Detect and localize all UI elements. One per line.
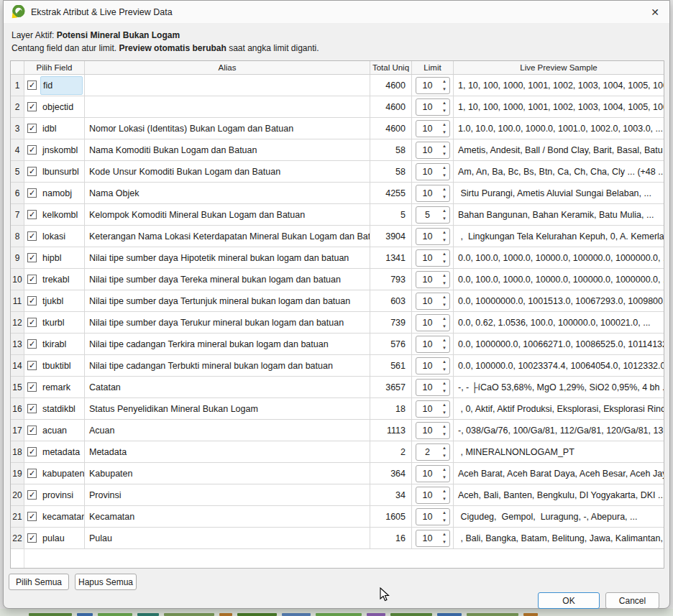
field-name[interactable]: acuan — [40, 423, 69, 438]
field-checkbox[interactable]: ✓ — [27, 404, 37, 413]
alias-cell[interactable]: Catatan — [85, 377, 370, 397]
field-cell[interactable]: ✓ jnskombl — [24, 139, 85, 160]
spin-up-icon[interactable]: ▲ — [440, 164, 449, 172]
field-name[interactable]: statdikbl — [40, 401, 78, 417]
field-cell[interactable]: ✓ objectid — [24, 96, 85, 117]
spin-up-icon[interactable]: ▲ — [440, 423, 449, 431]
alias-cell[interactable]: Pulau — [85, 528, 370, 548]
spin-down-icon[interactable]: ▼ — [440, 129, 449, 137]
alias-cell[interactable]: Kabupaten — [85, 463, 370, 484]
limit-spinbox[interactable]: 10 ▲ ▼ — [416, 185, 450, 202]
field-checkbox[interactable]: ✓ — [27, 167, 37, 176]
close-icon[interactable]: ✕ — [641, 1, 669, 23]
field-name[interactable]: provinsi — [40, 487, 75, 503]
field-checkbox[interactable]: ✓ — [27, 533, 37, 543]
limit-spinbox[interactable]: 10 ▲ ▼ — [416, 228, 450, 245]
field-checkbox[interactable]: ✓ — [27, 512, 37, 521]
limit-value[interactable]: 10 — [416, 229, 440, 244]
limit-spinbox[interactable]: 10 ▲ ▼ — [416, 422, 450, 439]
alias-cell[interactable]: Nilai tipe sumber daya Terukur mineral b… — [85, 312, 370, 333]
spin-down-icon[interactable]: ▼ — [440, 107, 449, 115]
field-checkbox[interactable]: ✓ — [27, 339, 37, 349]
alias-cell[interactable] — [85, 75, 370, 96]
field-name[interactable]: tkurbl — [40, 315, 67, 331]
spin-up-icon[interactable]: ▲ — [440, 121, 449, 129]
header-live-preview-sample[interactable]: Live Preview Sample — [454, 61, 664, 74]
spin-up-icon[interactable]: ▲ — [440, 487, 449, 495]
field-cell[interactable]: ✓ tkurbl — [24, 312, 85, 333]
field-cell[interactable]: ✓ trekabl — [24, 269, 85, 290]
spin-up-icon[interactable]: ▲ — [440, 466, 449, 474]
field-name[interactable]: kabupaten — [40, 466, 85, 482]
limit-value[interactable]: 10 — [416, 530, 440, 546]
field-checkbox[interactable]: ✓ — [27, 296, 37, 305]
field-cell[interactable]: ✓ lokasi — [24, 226, 85, 247]
limit-spinbox[interactable]: 10 ▲ ▼ — [416, 98, 450, 116]
field-checkbox[interactable]: ✓ — [27, 318, 37, 327]
spin-up-icon[interactable]: ▲ — [440, 530, 449, 538]
limit-value[interactable]: 10 — [416, 380, 440, 395]
alias-cell[interactable]: Nilai tipe cadangan Terkira mineral buka… — [85, 334, 370, 354]
spin-down-icon[interactable]: ▼ — [440, 409, 449, 417]
field-name[interactable]: tkirabl — [40, 336, 68, 352]
spin-up-icon[interactable]: ▲ — [440, 78, 449, 86]
spin-down-icon[interactable]: ▼ — [440, 193, 449, 201]
alias-cell[interactable]: Nama Objek — [85, 183, 370, 203]
limit-value[interactable]: 10 — [416, 423, 440, 438]
alias-cell[interactable]: Status Penyelidikan Mineral Bukan Logam — [85, 398, 370, 419]
field-name[interactable]: kelkombl — [40, 207, 80, 223]
limit-value[interactable]: 10 — [416, 272, 440, 288]
spin-down-icon[interactable]: ▼ — [440, 344, 449, 352]
limit-value[interactable]: 10 — [416, 358, 440, 374]
limit-spinbox[interactable]: 10 ▲ ▼ — [416, 379, 450, 396]
alias-cell[interactable]: Acuan — [85, 420, 370, 441]
spin-down-icon[interactable]: ▼ — [440, 86, 449, 93]
alias-cell[interactable]: Metadata — [85, 441, 370, 462]
alias-cell[interactable] — [85, 96, 370, 117]
spin-up-icon[interactable]: ▲ — [440, 509, 449, 517]
field-cell[interactable]: ✓ kecamatan — [24, 506, 85, 527]
field-cell[interactable]: ✓ namobj — [24, 183, 85, 203]
spin-down-icon[interactable]: ▼ — [440, 431, 449, 438]
limit-spinbox[interactable]: 10 ▲ ▼ — [416, 271, 450, 288]
field-cell[interactable]: ✓ tbuktibl — [24, 355, 85, 376]
field-name[interactable]: lokasi — [40, 229, 68, 244]
limit-value[interactable]: 10 — [416, 509, 440, 525]
spin-down-icon[interactable]: ▼ — [440, 215, 449, 223]
field-checkbox[interactable]: ✓ — [27, 426, 37, 435]
limit-spinbox[interactable]: 10 ▲ ▼ — [416, 77, 450, 94]
header-alias[interactable]: Alias — [85, 61, 370, 74]
spin-up-icon[interactable]: ▲ — [440, 99, 449, 107]
alias-cell[interactable]: Nilai tipe sumber daya Hipotetik mineral… — [85, 247, 370, 268]
alias-cell[interactable]: Nilai tipe sumber daya Tereka mineral bu… — [85, 269, 370, 290]
spin-down-icon[interactable]: ▼ — [440, 366, 449, 374]
limit-value[interactable]: 10 — [416, 185, 440, 201]
limit-value[interactable]: 10 — [416, 293, 440, 309]
limit-spinbox[interactable]: 10 ▲ ▼ — [416, 120, 450, 137]
alias-cell[interactable]: Provinsi — [85, 484, 370, 505]
field-name[interactable]: lbunsurbl — [40, 164, 81, 180]
spin-up-icon[interactable]: ▲ — [440, 358, 449, 366]
limit-spinbox[interactable]: 10 ▲ ▼ — [416, 357, 450, 374]
field-checkbox[interactable]: ✓ — [27, 102, 37, 111]
field-cell[interactable]: ✓ pulau — [24, 528, 85, 548]
spin-down-icon[interactable]: ▼ — [440, 323, 449, 331]
field-cell[interactable]: ✓ provinsi — [24, 484, 85, 505]
field-checkbox[interactable]: ✓ — [27, 124, 37, 133]
field-cell[interactable]: ✓ hipbl — [24, 247, 85, 268]
field-name[interactable]: trekabl — [40, 272, 72, 288]
spin-up-icon[interactable]: ▲ — [440, 185, 449, 193]
spin-down-icon[interactable]: ▼ — [440, 172, 449, 180]
field-cell[interactable]: ✓ idbl — [24, 118, 85, 139]
limit-value[interactable]: 10 — [416, 164, 440, 180]
field-checkbox[interactable]: ✓ — [27, 253, 37, 262]
spin-down-icon[interactable]: ▼ — [440, 236, 449, 244]
spin-down-icon[interactable]: ▼ — [440, 387, 449, 395]
alias-cell[interactable]: Nama Komoditi Bukan Logam dan Batuan — [85, 139, 370, 160]
field-checkbox[interactable]: ✓ — [27, 188, 37, 198]
spin-down-icon[interactable]: ▼ — [440, 258, 449, 266]
header-limit[interactable]: Limit — [412, 61, 454, 74]
alias-cell[interactable]: Nomor Lokasi (Identitas) Bukan Logam dan… — [85, 118, 370, 139]
select-all-button[interactable]: Pilih Semua — [9, 574, 69, 590]
limit-value[interactable]: 10 — [416, 142, 440, 158]
